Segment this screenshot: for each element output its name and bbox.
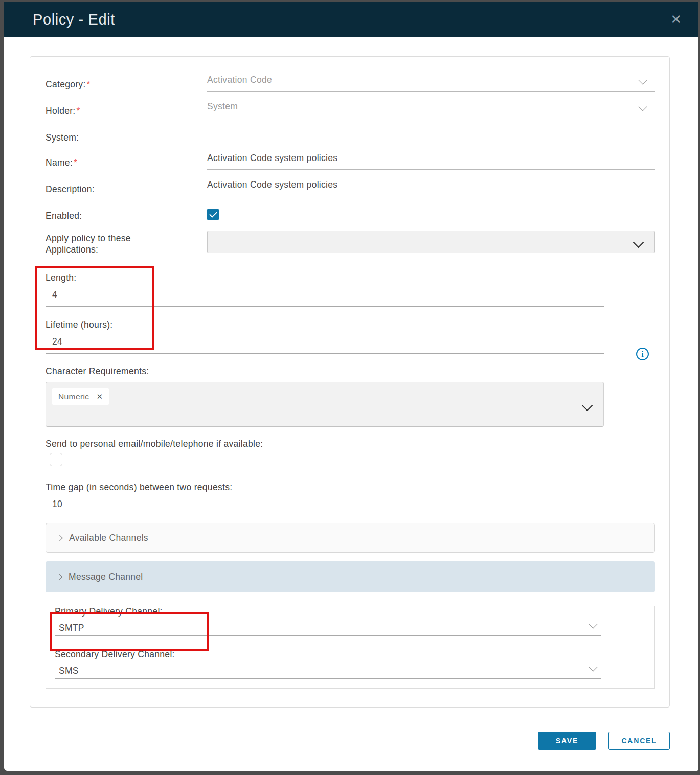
system-value: [207, 127, 655, 143]
info-icon[interactable]: i: [636, 348, 649, 360]
category-row: Category:* Activation Code: [46, 74, 655, 92]
time-gap-input[interactable]: 10: [46, 493, 604, 514]
lifetime-label: Lifetime (hours):: [46, 319, 604, 330]
send-personal-label: Send to personal email/mobile/telephone …: [46, 438, 655, 449]
dialog-title: Policy - Edit: [33, 11, 668, 28]
dialog-header: Policy - Edit ✕: [4, 2, 698, 37]
secondary-channel-select[interactable]: SMS: [55, 660, 601, 678]
name-value: Activation Code system policies: [207, 152, 337, 164]
system-label: System:: [46, 127, 207, 143]
primary-channel-field: Primary Delivery Channel: SMTP: [55, 606, 601, 636]
apply-policy-row: Apply policy to these Applications:: [46, 231, 655, 255]
tag-numeric: Numeric ✕: [52, 388, 109, 405]
length-lifetime-section: Length: 4 Lifetime (hours): 24 i: [46, 272, 655, 354]
apply-policy-select[interactable]: [207, 231, 655, 253]
character-requirements-label: Character Requirements:: [46, 366, 655, 377]
time-gap-field: Time gap (in seconds) between two reques…: [46, 482, 604, 514]
policy-form-card: Category:* Activation Code Holder:* Syst…: [30, 56, 670, 708]
holder-row: Holder:* System: [46, 101, 655, 118]
enabled-row: Enabled:: [46, 206, 655, 221]
save-button[interactable]: SAVE: [538, 732, 596, 750]
description-input[interactable]: Activation Code system policies: [207, 179, 655, 196]
tag-remove-icon[interactable]: ✕: [97, 393, 103, 400]
category-label: Category:*: [46, 74, 207, 92]
send-personal-checkbox[interactable]: [50, 453, 62, 466]
description-row: Description: Activation Code system poli…: [46, 179, 655, 196]
required-asterisk: *: [74, 157, 77, 168]
lifetime-field: Lifetime (hours): 24: [46, 319, 604, 354]
apply-policy-label: Apply policy to these Applications:: [46, 231, 163, 255]
accordion-available-channels[interactable]: Available Channels: [46, 523, 655, 553]
enabled-checkbox[interactable]: [207, 209, 219, 220]
character-requirements-select[interactable]: Numeric ✕: [46, 382, 604, 427]
holder-value: System: [207, 101, 238, 112]
accordion-message-channel[interactable]: Message Channel: [46, 561, 655, 592]
system-row: System:: [46, 127, 655, 143]
cancel-button[interactable]: CANCEL: [608, 732, 670, 750]
primary-channel-label: Primary Delivery Channel:: [55, 606, 601, 617]
secondary-channel-field: Secondary Delivery Channel: SMS: [55, 649, 601, 679]
chevron-down-icon: [590, 621, 596, 627]
chevron-right-icon: [57, 575, 61, 579]
message-channel-label: Message Channel: [69, 572, 143, 582]
time-gap-label: Time gap (in seconds) between two reques…: [46, 482, 604, 493]
description-value: Activation Code system policies: [207, 179, 337, 190]
message-channel-section: Message Channel Primary Delivery Channel…: [46, 561, 655, 689]
category-label-text: Category:: [46, 79, 86, 89]
name-label-text: Name:: [46, 157, 73, 168]
tag-label: Numeric: [58, 392, 89, 401]
close-icon[interactable]: ✕: [668, 11, 684, 28]
available-channels-label: Available Channels: [69, 533, 148, 543]
message-channel-content: Primary Delivery Channel: SMTP Secondary…: [46, 606, 655, 689]
category-select[interactable]: Activation Code: [207, 74, 655, 92]
primary-channel-select[interactable]: SMTP: [55, 617, 601, 635]
secondary-channel-label: Secondary Delivery Channel:: [55, 649, 601, 660]
name-input[interactable]: Activation Code system policies: [207, 152, 655, 170]
length-label: Length:: [46, 272, 604, 283]
description-label: Description:: [46, 179, 207, 196]
holder-label-text: Holder:: [46, 106, 76, 116]
chevron-down-icon: [635, 239, 642, 246]
category-value: Activation Code: [207, 74, 272, 85]
length-input[interactable]: 4: [46, 283, 604, 306]
enabled-label: Enabled:: [46, 206, 207, 221]
chevron-right-icon: [57, 536, 62, 540]
required-asterisk: *: [87, 79, 91, 89]
required-asterisk: *: [77, 106, 80, 116]
lifetime-input[interactable]: 24: [46, 330, 604, 353]
chevron-down-icon: [640, 104, 646, 110]
name-label: Name:*: [46, 152, 207, 170]
holder-select[interactable]: System: [207, 101, 655, 118]
name-row: Name:* Activation Code system policies: [46, 152, 655, 170]
holder-label: Holder:*: [46, 101, 207, 118]
length-field: Length: 4: [46, 272, 604, 307]
chevron-down-icon: [583, 402, 591, 409]
chevron-down-icon: [590, 664, 596, 670]
dialog-footer: SAVE CANCEL: [4, 732, 698, 750]
chevron-down-icon: [640, 77, 646, 83]
policy-edit-dialog: Policy - Edit ✕ Category:* Activation Co…: [4, 2, 698, 771]
